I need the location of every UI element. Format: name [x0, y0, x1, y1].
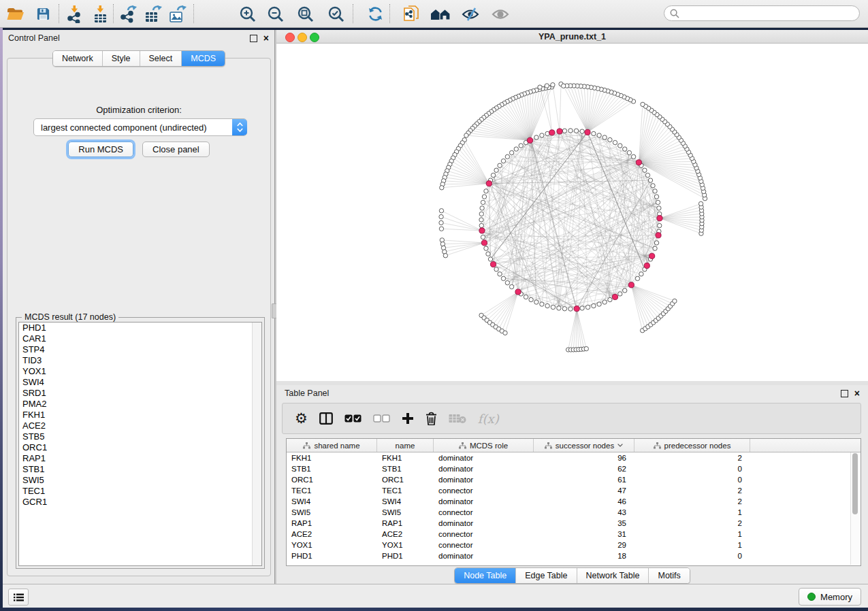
- zoom-in-icon: [239, 5, 257, 23]
- mcds-result-item[interactable]: GCR1: [19, 497, 261, 508]
- table-row[interactable]: PHD1PHD1dominator180: [287, 550, 861, 561]
- table-settings-gear-icon[interactable]: ⚙: [295, 412, 308, 425]
- column-header-filler: [750, 439, 861, 452]
- network-canvas[interactable]: [276, 44, 868, 381]
- mcds-result-item[interactable]: YOX1: [19, 366, 261, 377]
- column-header-shared-name[interactable]: shared name: [287, 439, 377, 452]
- mcds-result-item[interactable]: SRD1: [19, 388, 261, 399]
- import-table-button[interactable]: [90, 5, 110, 23]
- memory-button[interactable]: Memory: [799, 588, 861, 606]
- mcds-result-item[interactable]: SWI4: [19, 377, 261, 388]
- table-row[interactable]: STB1STB1dominator620: [287, 463, 861, 474]
- run-mcds-button[interactable]: Run MCDS: [68, 142, 133, 157]
- tab-select[interactable]: Select: [140, 51, 182, 66]
- toolbar-separator: [353, 4, 353, 23]
- import-network-button[interactable]: [64, 5, 84, 23]
- criterion-dropdown[interactable]: largest connected component (undirected): [33, 118, 247, 136]
- table-cell: 61: [534, 476, 634, 484]
- select-all-icon[interactable]: [344, 414, 361, 423]
- export-network-button[interactable]: [118, 5, 139, 23]
- apply-layout-button[interactable]: [365, 5, 385, 23]
- column-header-predecessor-nodes[interactable]: predecessor nodes: [634, 439, 750, 452]
- zoom-selected-button[interactable]: [326, 5, 347, 23]
- show-all-button[interactable]: [490, 5, 511, 23]
- export-table-button[interactable]: [143, 5, 163, 23]
- table-scrollbar[interactable]: [850, 452, 859, 565]
- tab-mcds[interactable]: MCDS: [182, 51, 225, 66]
- table-row[interactable]: TEC1TEC1connector472: [287, 485, 861, 496]
- tab-motifs[interactable]: Motifs: [649, 568, 689, 583]
- mcds-list-scrollbar[interactable]: [252, 323, 261, 565]
- new-network-document-icon: [403, 5, 421, 24]
- delete-table-icon[interactable]: [449, 413, 466, 424]
- mcds-result-item[interactable]: CAR1: [19, 333, 261, 344]
- zoom-in-button[interactable]: [238, 5, 258, 23]
- table-row[interactable]: SWI4SWI4dominator462: [287, 496, 861, 507]
- mcds-result-item[interactable]: STB5: [19, 431, 261, 442]
- mcds-result-item[interactable]: FKH1: [19, 410, 261, 420]
- task-history-button[interactable]: [8, 589, 29, 606]
- mcds-result-item[interactable]: PMA2: [19, 399, 261, 410]
- zoom-fit-button[interactable]: [295, 5, 316, 23]
- mcds-result-item[interactable]: SWI5: [19, 475, 261, 486]
- export-image-button[interactable]: [167, 5, 188, 23]
- save-floppy-icon: [36, 7, 50, 21]
- tab-edge-table[interactable]: Edge Table: [516, 568, 577, 583]
- export-table-icon: [144, 5, 162, 23]
- delete-column-trash-icon[interactable]: [425, 412, 437, 425]
- close-panel-button[interactable]: Close panel: [142, 142, 210, 157]
- mcds-result-item[interactable]: RAP1: [19, 453, 261, 464]
- table-row[interactable]: YOX1YOX1connector291: [287, 540, 861, 550]
- mcds-result-item[interactable]: PHD1: [19, 323, 261, 333]
- table-cell: connector: [434, 508, 534, 516]
- new-network-from-selection-button[interactable]: [402, 5, 422, 23]
- table-cell: dominator: [434, 552, 534, 560]
- column-header-name[interactable]: name: [377, 439, 434, 452]
- tab-network[interactable]: Network: [53, 51, 103, 66]
- mcds-result-item[interactable]: STP4: [19, 344, 261, 355]
- show-columns-icon[interactable]: [319, 412, 333, 425]
- mcds-result-item[interactable]: ORC1: [19, 442, 261, 453]
- deselect-all-icon[interactable]: [373, 414, 390, 423]
- save-session-button[interactable]: [33, 5, 53, 23]
- import-table-icon: [93, 5, 108, 23]
- open-session-button[interactable]: [5, 5, 26, 23]
- mcds-result-list[interactable]: PHD1CAR1STP4TID3YOX1SWI4SRD1PMA2FKH1ACE2…: [18, 322, 262, 566]
- table-row[interactable]: ORC1ORC1dominator610: [287, 474, 861, 485]
- close-table-panel-icon[interactable]: ×: [854, 391, 860, 397]
- table-row[interactable]: ACE2ACE2connector311: [287, 529, 861, 540]
- table-panel-tabs: Node Table Edge Table Network Table Moti…: [276, 567, 868, 584]
- table-cell: SWI4: [377, 497, 434, 506]
- hide-selected-button[interactable]: [460, 5, 481, 23]
- toolbar-separator: [113, 4, 114, 23]
- column-header-successor-nodes[interactable]: successor nodes: [534, 439, 634, 452]
- add-column-icon[interactable]: [402, 412, 414, 425]
- table-row[interactable]: RAP1RAP1dominator352: [287, 518, 861, 529]
- tab-node-table[interactable]: Node Table: [455, 568, 516, 583]
- node-table[interactable]: shared name name MCDS role successor nod…: [286, 438, 861, 566]
- table-scrollbar-thumb[interactable]: [852, 453, 858, 514]
- mcds-result-item[interactable]: ACE2: [19, 420, 261, 431]
- mcds-result-item[interactable]: TEC1: [19, 486, 261, 497]
- mcds-result-item[interactable]: TID3: [19, 355, 261, 366]
- node-table-body[interactable]: FKH1FKH1dominator962STB1STB1dominator620…: [287, 452, 861, 561]
- first-neighbors-button[interactable]: [430, 5, 451, 23]
- mcds-result-item[interactable]: STB1: [19, 464, 261, 475]
- table-row[interactable]: FKH1FKH1dominator962: [287, 452, 861, 463]
- function-builder-icon[interactable]: f(x): [478, 412, 499, 426]
- tab-style[interactable]: Style: [103, 51, 140, 66]
- search-input[interactable]: [679, 8, 859, 19]
- close-panel-icon[interactable]: ×: [263, 35, 269, 42]
- export-network-icon: [120, 5, 138, 23]
- desktop-background-bottom: [0, 608, 868, 611]
- float-panel-icon[interactable]: [250, 35, 257, 42]
- zoom-out-button[interactable]: [266, 5, 286, 23]
- tab-network-table[interactable]: Network Table: [577, 568, 649, 583]
- table-cell: FKH1: [287, 454, 377, 462]
- table-cell: 2: [634, 519, 750, 527]
- search-field[interactable]: [664, 5, 860, 21]
- column-header-mcds-role[interactable]: MCDS role: [434, 439, 534, 452]
- float-table-panel-icon[interactable]: [841, 390, 848, 397]
- table-row[interactable]: SWI5SWI5connector431: [287, 507, 861, 518]
- mcds-result-items: PHD1CAR1STP4TID3YOX1SWI4SRD1PMA2FKH1ACE2…: [19, 323, 261, 508]
